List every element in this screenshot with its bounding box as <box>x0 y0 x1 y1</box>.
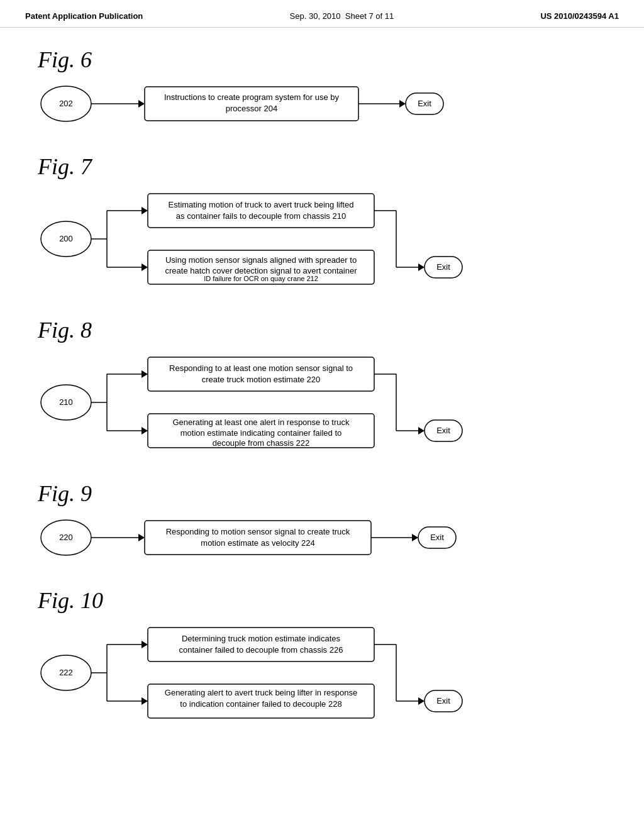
svg-text:Responding to motion sensor si: Responding to motion sensor signal to cr… <box>166 527 350 536</box>
svg-text:Exit: Exit <box>430 533 444 542</box>
page-header: Patent Application Publication Sep. 30, … <box>0 0 644 28</box>
svg-marker-37 <box>142 370 148 378</box>
publication-label: Patent Application Publication <box>25 11 143 21</box>
svg-text:202: 202 <box>59 99 73 108</box>
svg-text:to indication container failed: to indication container failed to decoup… <box>180 699 341 709</box>
svg-text:Determining truck motion estim: Determining truck motion estimate indica… <box>182 634 341 643</box>
svg-marker-3 <box>138 100 145 108</box>
figure-8-section: Fig. 8 210 Responding to at least one mo… <box>38 317 606 455</box>
fig10-title: Fig. 10 <box>38 587 606 614</box>
svg-text:as container fails to decouple: as container fails to decouple from chas… <box>176 211 346 221</box>
svg-rect-19 <box>148 194 374 228</box>
svg-text:Exit: Exit <box>436 262 450 272</box>
svg-marker-61 <box>412 534 418 541</box>
svg-marker-81 <box>418 697 425 705</box>
svg-text:Estimating motion of truck to : Estimating motion of truck to avert truc… <box>169 200 354 209</box>
svg-text:Exit: Exit <box>436 696 450 706</box>
svg-marker-56 <box>138 534 145 541</box>
fig8-title: Fig. 8 <box>38 317 606 343</box>
svg-marker-69 <box>142 641 148 648</box>
fig9-diagram: 220 Responding to motion sensor signal t… <box>38 516 553 560</box>
svg-text:motion estimate as velocity 22: motion estimate as velocity 224 <box>201 538 314 548</box>
svg-text:container failed to decouple f: container failed to decouple from chassi… <box>179 645 343 655</box>
svg-text:create hatch cover detection s: create hatch cover detection signal to a… <box>165 266 358 275</box>
main-content: Fig. 6 202 Instructions to create progra… <box>0 28 644 770</box>
svg-marker-29 <box>418 263 425 271</box>
svg-marker-8 <box>399 100 406 108</box>
svg-text:Instructions to create program: Instructions to create program system fo… <box>164 92 340 102</box>
figure-6-section: Fig. 6 202 Instructions to create progra… <box>38 47 606 128</box>
svg-text:Generating at least one alert : Generating at least one alert in respons… <box>172 418 350 427</box>
fig6-diagram: 202 Instructions to create program syste… <box>38 82 553 126</box>
svg-marker-39 <box>142 427 148 434</box>
svg-text:210: 210 <box>59 397 73 407</box>
svg-marker-71 <box>142 697 148 705</box>
svg-rect-72 <box>148 628 374 661</box>
svg-text:Using motion sensor signals al: Using motion sensor signals aligned with… <box>165 255 357 265</box>
fig8-diagram: 210 Responding to at least one motion se… <box>38 352 553 453</box>
svg-text:motion estimate indicating con: motion estimate indicating container fai… <box>180 428 342 438</box>
fig10-diagram: 222 Determining truck motion estimate in… <box>38 622 553 723</box>
svg-text:200: 200 <box>59 234 73 243</box>
fig7-diagram: 200 Estimating motion of truck to avert … <box>38 189 553 289</box>
figure-10-section: Fig. 10 222 Determining truck motion est… <box>38 587 606 726</box>
fig7-title: Fig. 7 <box>38 153 606 180</box>
figure-9-section: Fig. 9 220 Responding to motion sensor s… <box>38 480 606 562</box>
svg-rect-40 <box>148 357 374 391</box>
svg-text:Exit: Exit <box>418 99 431 108</box>
figure-7-section: Fig. 7 200 Estimating motion of truck to… <box>38 153 606 292</box>
svg-text:Responding to at least one mot: Responding to at least one motion sensor… <box>169 363 353 373</box>
svg-marker-16 <box>142 207 148 214</box>
svg-text:create truck motion estimate 2: create truck motion estimate 220 <box>202 375 321 384</box>
svg-text:Generating alert to avert truc: Generating alert to avert truck being li… <box>165 688 357 697</box>
svg-rect-57 <box>145 521 371 555</box>
svg-text:ID failure for OCR on quay cra: ID failure for OCR on quay crane 212 <box>204 275 318 282</box>
svg-marker-18 <box>142 263 148 271</box>
patent-number: US 2010/0243594 A1 <box>540 11 619 21</box>
svg-marker-50 <box>418 427 425 434</box>
svg-text:222: 222 <box>59 668 73 677</box>
date-label: Sep. 30, 2010 Sheet 7 of 11 <box>290 11 394 21</box>
svg-text:decouple from chassis 222: decouple from chassis 222 <box>213 438 310 448</box>
svg-text:processor 204: processor 204 <box>226 104 277 113</box>
fig9-title: Fig. 9 <box>38 480 606 507</box>
svg-text:Exit: Exit <box>436 426 450 435</box>
svg-text:220: 220 <box>59 533 73 542</box>
fig6-title: Fig. 6 <box>38 47 606 73</box>
